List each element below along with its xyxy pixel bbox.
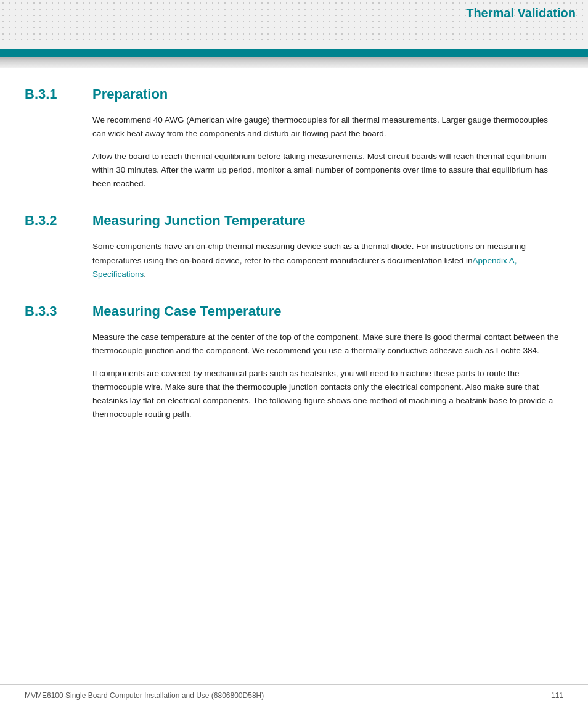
section-b3-2-para-1: Some components have an on-chip thermal … (92, 240, 563, 281)
section-b3-1-para-2: Allow the board to reach thermal equilib… (92, 150, 563, 191)
section-b3-3-title: Measuring Case Temperature (92, 303, 281, 319)
section-b3-3-body: Measure the case temperature at the cent… (92, 330, 563, 422)
header: Thermal Validation (0, 0, 588, 49)
section-b3-3-para-2: If components are covered by mechanical … (92, 367, 563, 422)
section-b3-3-number: B.3.3 (25, 303, 86, 319)
section-b3-1: B.3.1 Preparation We recommend 40 AWG (A… (25, 86, 563, 191)
section-b3-2-text-after: . (144, 269, 146, 279)
section-b3-2-header: B.3.2 Measuring Junction Temperature (25, 213, 563, 229)
main-content: B.3.1 Preparation We recommend 40 AWG (A… (0, 68, 588, 481)
section-b3-2-text-before: Some components have an on-chip thermal … (92, 242, 526, 265)
section-b3-3-para-1: Measure the case temperature at the cent… (92, 330, 563, 358)
section-b3-1-number: B.3.1 (25, 86, 86, 102)
section-b3-3-header: B.3.3 Measuring Case Temperature (25, 303, 563, 319)
grey-bar-decoration (0, 57, 588, 68)
section-b3-2-title: Measuring Junction Temperature (92, 213, 306, 229)
blue-bar-decoration (0, 49, 588, 57)
section-b3-1-header: B.3.1 Preparation (25, 86, 563, 102)
section-b3-1-title: Preparation (92, 86, 168, 102)
section-b3-1-para-1: We recommend 40 AWG (American wire gauge… (92, 113, 563, 141)
page-title: Thermal Validation (466, 6, 576, 20)
footer-left-text: MVME6100 Single Board Computer Installat… (25, 691, 264, 700)
section-b3-2-body: Some components have an on-chip thermal … (92, 240, 563, 281)
footer-page-number: 111 (551, 691, 563, 700)
section-b3-2: B.3.2 Measuring Junction Temperature Som… (25, 213, 563, 281)
section-b3-3: B.3.3 Measuring Case Temperature Measure… (25, 303, 563, 422)
section-b3-2-number: B.3.2 (25, 213, 86, 229)
section-b3-1-body: We recommend 40 AWG (American wire gauge… (92, 113, 563, 191)
footer: MVME6100 Single Board Computer Installat… (0, 684, 588, 706)
